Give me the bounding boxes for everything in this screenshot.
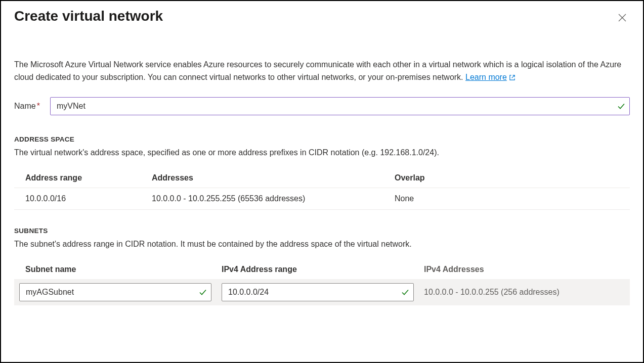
subnets-description: The subnet's address range in CIDR notat… <box>14 240 630 249</box>
cell-subnet-name <box>14 279 217 305</box>
required-indicator: * <box>37 102 40 110</box>
learn-more-label: Learn more <box>465 71 507 84</box>
close-icon <box>618 13 627 22</box>
intro-text: The Microsoft Azure Virtual Network serv… <box>14 60 621 81</box>
address-space-description: The virtual network's address space, spe… <box>14 148 630 157</box>
valid-check-icon <box>401 288 410 297</box>
cell-addresses: 10.0.0.0 - 10.0.255.255 (65536 addresses… <box>141 188 383 209</box>
col-subnet-addresses: IPv4 Addresses <box>419 260 630 279</box>
col-overlap: Overlap <box>383 168 630 188</box>
col-subnet-name: Subnet name <box>14 260 217 279</box>
learn-more-link[interactable]: Learn more <box>465 71 516 84</box>
close-button[interactable] <box>615 10 630 25</box>
create-vnet-panel: Create virtual network The Microsoft Azu… <box>0 0 644 363</box>
cell-subnet-addresses: 10.0.0.0 - 10.0.0.255 (256 addresses) <box>419 279 630 305</box>
subnet-name-input[interactable] <box>19 283 211 301</box>
name-form-row: Name* <box>14 97 630 115</box>
panel-header: Create virtual network <box>14 8 630 38</box>
col-addresses: Addresses <box>141 168 383 188</box>
table-header-row: Address range Addresses Overlap <box>14 168 630 188</box>
panel-title: Create virtual network <box>14 8 163 24</box>
name-input-wrap <box>50 97 630 115</box>
name-input[interactable] <box>50 97 630 115</box>
address-space-table: Address range Addresses Overlap 10.0.0.0… <box>14 168 630 210</box>
col-subnet-range: IPv4 Address range <box>217 260 419 279</box>
cell-subnet-range <box>217 279 419 305</box>
subnets-table: Subnet name IPv4 Address range IPv4 Addr… <box>14 260 630 305</box>
valid-check-icon <box>617 102 626 111</box>
table-header-row: Subnet name IPv4 Address range IPv4 Addr… <box>14 260 630 279</box>
cell-overlap: None <box>383 188 630 209</box>
valid-check-icon <box>198 288 207 297</box>
table-row[interactable]: 10.0.0.0 - 10.0.0.255 (256 addresses) <box>14 279 630 305</box>
col-address-range: Address range <box>14 168 141 188</box>
address-space-heading: ADDRESS SPACE <box>14 135 630 143</box>
external-link-icon <box>509 74 516 81</box>
intro-paragraph: The Microsoft Azure Virtual Network serv… <box>14 59 630 84</box>
table-row[interactable]: 10.0.0.0/16 10.0.0.0 - 10.0.255.255 (655… <box>14 188 630 209</box>
subnet-range-input[interactable] <box>222 283 414 301</box>
cell-address-range: 10.0.0.0/16 <box>14 188 141 209</box>
subnets-heading: SUBNETS <box>14 227 630 235</box>
name-label: Name* <box>14 102 40 111</box>
